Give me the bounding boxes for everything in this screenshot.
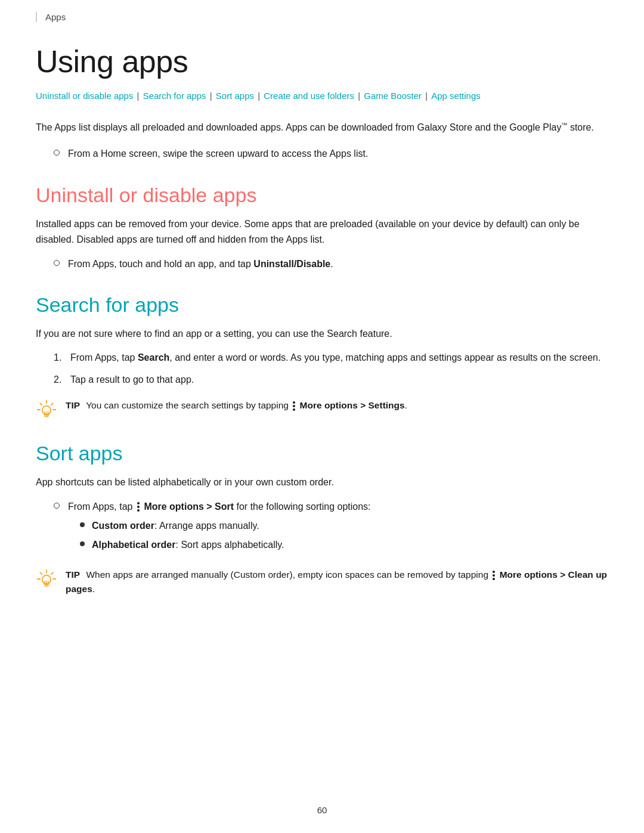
section-heading-search: Search for apps xyxy=(36,293,608,317)
more-options-icon-sort-tip xyxy=(493,571,495,580)
tip-lightbulb-icon-2 xyxy=(36,568,57,590)
svg-line-1 xyxy=(51,403,53,405)
nav-link-folders[interactable]: Create and use folders xyxy=(264,91,354,101)
search-body: If you are not sure where to find an app… xyxy=(36,326,608,342)
sort-body: App shortcuts can be listed alphabetical… xyxy=(36,475,608,490)
intro-paragraph: The Apps list displays all preloaded and… xyxy=(36,120,608,135)
sort-custom-order-item: Custom order: Arrange apps manually. xyxy=(80,518,371,534)
sub-bullet-dot-icon xyxy=(80,522,85,527)
sort-tip-box: TIP When apps are arranged manually (Cus… xyxy=(36,568,608,597)
nav-link-game[interactable]: Game Booster xyxy=(364,91,422,101)
svg-line-14 xyxy=(40,572,42,574)
sort-sub-bullet-list: Custom order: Arrange apps manually. Alp… xyxy=(80,518,371,553)
nav-links: Uninstall or disable apps | Search for a… xyxy=(36,89,608,103)
intro-bullet-item: From a Home screen, swipe the screen upw… xyxy=(54,146,608,162)
more-options-icon xyxy=(293,401,295,411)
more-options-icon-sort xyxy=(137,502,140,512)
bullet-circle-icon xyxy=(54,150,60,156)
section-heading-sort: Sort apps xyxy=(36,442,608,465)
breadcrumb: Apps xyxy=(36,12,608,22)
page-container: Apps Using apps Uninstall or disable app… xyxy=(0,0,644,833)
page-title: Using apps xyxy=(36,44,608,79)
page-number: 60 xyxy=(0,805,644,815)
search-numbered-list: 1. From Apps, tap Search, and enter a wo… xyxy=(54,350,608,388)
bullet-circle-icon xyxy=(54,503,60,509)
bullet-circle-icon xyxy=(54,260,60,266)
uninstall-body: Installed apps can be removed from your … xyxy=(36,216,608,248)
sort-alpha-order-item: Alphabetical order: Sort apps alphabetic… xyxy=(80,537,371,553)
svg-line-3 xyxy=(40,403,42,405)
svg-line-12 xyxy=(51,572,53,574)
uninstall-bullet-item: From Apps, touch and hold an app, and ta… xyxy=(54,256,608,272)
tip-lightbulb-icon xyxy=(36,399,57,420)
nav-link-uninstall[interactable]: Uninstall or disable apps xyxy=(36,91,133,101)
section-heading-uninstall: Uninstall or disable apps xyxy=(36,184,608,207)
nav-link-search[interactable]: Search for apps xyxy=(143,91,206,101)
nav-link-sort[interactable]: Sort apps xyxy=(216,91,254,101)
sort-bullet-item: From Apps, tap More options > Sort for t… xyxy=(54,499,608,557)
search-step-1: 1. From Apps, tap Search, and enter a wo… xyxy=(54,350,608,366)
search-tip-box: TIP You can customize the search setting… xyxy=(36,398,608,420)
sub-bullet-dot-icon xyxy=(80,541,85,546)
nav-link-appsettings[interactable]: App settings xyxy=(431,91,481,101)
search-step-2: 2. Tap a result to go to that app. xyxy=(54,372,608,388)
